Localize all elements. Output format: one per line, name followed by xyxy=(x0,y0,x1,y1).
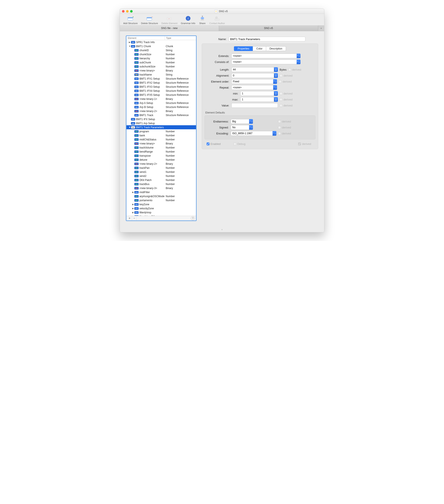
tree-row[interactable]: BMT1 IFX3 SetupStructure Reference xyxy=(126,85,196,89)
enabled-check[interactable]: Enabled xyxy=(207,142,221,145)
toolbar-add-structure[interactable]: +Add Structure xyxy=(122,15,139,25)
name-field[interactable] xyxy=(229,37,305,41)
tree-row[interactable]: trackPanNumber xyxy=(126,166,196,170)
endian-select[interactable] xyxy=(231,119,250,124)
tab-properties[interactable]: Properties xyxy=(234,46,253,51)
value-field[interactable] xyxy=(231,103,278,108)
tree-row[interactable]: <new binary-1>Binary xyxy=(126,97,196,101)
tree-row[interactable]: bankNumber xyxy=(126,133,196,137)
disclosure-open-icon[interactable]: ▼ xyxy=(129,126,131,128)
tree-row[interactable]: subChunkNumber xyxy=(126,60,196,64)
tree-row[interactable]: arpAssign&OSCModeNumber xyxy=(126,194,196,198)
tree-row[interactable]: ▶velocityZone xyxy=(126,206,196,210)
tree-row[interactable]: BMT1 IFX1 SetupStructure Reference xyxy=(126,77,196,81)
chevron-updown-icon[interactable]: ⌃⌄ xyxy=(273,131,276,136)
chevron-updown-icon[interactable]: ⌃⌄ xyxy=(273,85,277,90)
consists-select[interactable] xyxy=(231,59,297,64)
disclosure-closed-icon[interactable]: ▶ xyxy=(132,211,134,214)
toolbar-share[interactable]: Share xyxy=(197,15,207,25)
tree-row[interactable]: BMT1 IFX4 SetupStructure Reference xyxy=(126,89,196,93)
value-derived-check[interactable]: derived xyxy=(280,104,292,107)
tree-row[interactable]: ▶keyZone xyxy=(126,202,196,206)
extends-select[interactable] xyxy=(231,54,297,58)
tree-row[interactable]: Arp A SetupStructure Reference xyxy=(126,101,196,105)
alignment-field[interactable] xyxy=(231,73,274,78)
tree-row[interactable]: ▶filter&Amp xyxy=(126,210,196,215)
length-field[interactable] xyxy=(231,67,274,72)
max-field[interactable] xyxy=(240,97,274,102)
zoom-icon[interactable] xyxy=(130,10,133,13)
stepper-icon[interactable]: ▲▼ xyxy=(274,73,278,78)
disclosure-closed-icon[interactable]: ▶ xyxy=(132,203,134,205)
endian-derived-check[interactable]: derived xyxy=(278,120,291,123)
tree-row[interactable]: midiCh&StatusNumber xyxy=(126,137,196,142)
min-derived-check[interactable]: derived xyxy=(280,92,292,95)
toolbar-delete-structure[interactable]: −Delete Structure xyxy=(140,15,159,25)
add-button[interactable]: ＋ xyxy=(127,216,132,220)
tree-row[interactable]: <new binary>Binary xyxy=(126,69,196,72)
global-derived-check[interactable]: derived xyxy=(298,142,311,145)
tree-row[interactable]: chunkSizeNumber xyxy=(126,52,196,56)
stepper-icon[interactable]: ▲▼ xyxy=(274,67,278,72)
resize-grip[interactable]: ● xyxy=(120,227,324,232)
tree-row[interactable]: trackVolumeNumber xyxy=(126,145,196,150)
signed-derived-check[interactable]: derived xyxy=(278,126,291,129)
chevron-updown-icon[interactable]: ⌃⌄ xyxy=(297,54,301,58)
tree-row[interactable]: send1Number xyxy=(126,170,196,174)
tree-row[interactable]: Arp B SetupStructure Reference xyxy=(126,105,196,109)
toolbar-grammar-info[interactable]: iGrammar Info xyxy=(180,15,197,25)
disclosure-open-icon[interactable]: ▼ xyxy=(129,45,131,47)
tree-row[interactable]: BMT1 Arp Setup xyxy=(126,121,196,125)
encoding-derived-check[interactable]: derived xyxy=(278,132,291,135)
help-button[interactable]: ? xyxy=(191,216,195,220)
tree-body[interactable]: ▶SPR1 Track Info▼BMT1 ChunkChunkchunkIDS… xyxy=(126,40,196,216)
close-icon[interactable] xyxy=(122,10,124,13)
tree-row[interactable]: ▶SPR1 Track Info xyxy=(126,40,196,44)
disclosure-closed-icon[interactable]: ▶ xyxy=(132,191,134,193)
tab-sng-v5[interactable]: SNG v5 xyxy=(219,26,318,31)
repeat-select[interactable] xyxy=(231,85,274,90)
order-derived-check[interactable]: derived xyxy=(279,80,292,83)
tree-row[interactable]: transposeNumber xyxy=(126,154,196,158)
alignment-derived-check[interactable]: derived xyxy=(280,74,292,77)
tree-row[interactable]: BMT1 TrackStructure Reference xyxy=(126,113,196,117)
tree-row[interactable]: hierarchyNumber xyxy=(126,56,196,60)
chevron-updown-icon[interactable]: ⌃⌄ xyxy=(249,119,253,124)
tree-row[interactable]: chunkIDString xyxy=(126,48,196,52)
max-derived-check[interactable]: derived xyxy=(280,98,292,101)
tree-header-element[interactable]: Element xyxy=(126,36,165,40)
tab-color[interactable]: Color xyxy=(253,46,266,51)
tree-row[interactable]: ▶midiFilter xyxy=(126,190,196,194)
signed-select[interactable] xyxy=(231,125,250,130)
tree-row[interactable]: programNumber xyxy=(126,129,196,133)
tree-row[interactable]: BMT1 IFX5 SetupStructure Reference xyxy=(126,93,196,97)
encoding-select[interactable] xyxy=(231,131,273,136)
length-derived-check[interactable]: derived xyxy=(288,68,301,71)
min-field[interactable] xyxy=(240,91,274,96)
new-tab-button[interactable]: + xyxy=(318,26,324,31)
tree-row[interactable]: <new binary-2>Binary xyxy=(126,162,196,166)
order-select[interactable] xyxy=(231,79,274,84)
tree-header-type[interactable]: Type xyxy=(165,36,196,40)
remove-button[interactable]: － xyxy=(132,216,137,220)
tree-row[interactable]: BMT1 IFX Setup xyxy=(126,117,196,121)
minimize-icon[interactable] xyxy=(126,10,129,13)
tab-sng-file-new[interactable]: SNG file - new xyxy=(120,26,219,31)
stepper-icon[interactable]: ▲▼ xyxy=(274,97,278,102)
tree-row[interactable]: ▼BMT1 ChunkChunk xyxy=(126,44,196,48)
tree-row[interactable]: trackNameString xyxy=(126,72,196,77)
stepper-icon[interactable]: ▲▼ xyxy=(274,91,278,96)
chevron-updown-icon[interactable]: ⌃⌄ xyxy=(297,59,301,64)
tree-row[interactable]: BMT1 IFX2 SetupStructure Reference xyxy=(126,81,196,85)
tree-row[interactable]: detuneNumber xyxy=(126,158,196,162)
debug-check[interactable]: Debug xyxy=(234,142,245,145)
tree-row[interactable]: DKit PatchNumber xyxy=(126,178,196,182)
tree-row[interactable]: send2Number xyxy=(126,174,196,178)
tree-row[interactable]: <new binary>Binary xyxy=(126,142,196,145)
disclosure-closed-icon[interactable]: ▶ xyxy=(132,207,134,210)
chevron-updown-icon[interactable]: ⌃⌄ xyxy=(249,125,253,130)
tree-row[interactable]: bendRangeNumber xyxy=(126,150,196,154)
tab-description[interactable]: Description xyxy=(266,46,286,51)
tree-row[interactable]: ▼BMT1 Track Parameters xyxy=(126,125,196,129)
tree-row[interactable]: <new binary-3>Binary xyxy=(126,186,196,190)
